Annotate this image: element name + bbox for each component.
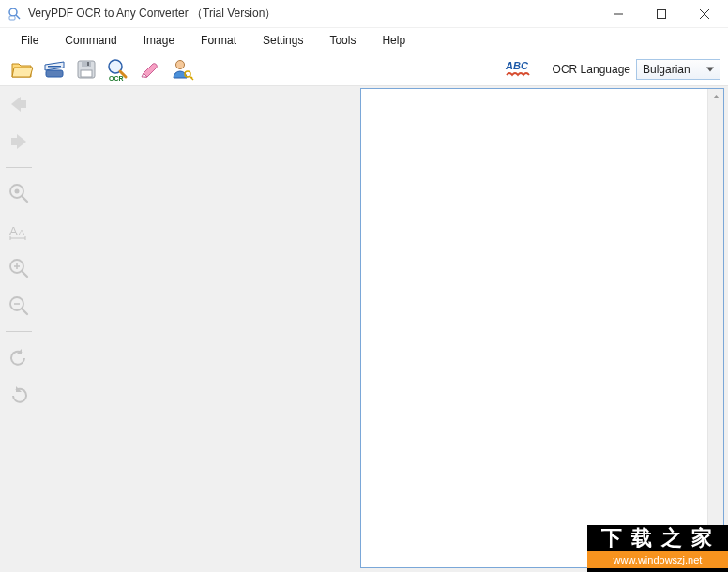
watermark-text: 下 载 之 家 [587,525,728,551]
eraser-icon[interactable] [135,54,165,84]
close-button[interactable] [683,0,726,28]
separator [6,331,32,332]
svg-text:ABC: ABC [505,60,529,71]
svg-rect-22 [11,138,17,145]
menu-command[interactable]: Command [52,30,129,51]
menubar: File Command Image Format Settings Tools… [0,28,728,53]
zoom-out-icon[interactable] [5,292,33,320]
ocr-language-select[interactable]: Bulgarian [636,59,720,80]
svg-line-1 [16,15,20,19]
zoom-fit-icon[interactable] [5,179,33,207]
svg-point-25 [15,189,20,194]
nav-back-icon[interactable] [5,90,33,118]
vertical-scrollbar[interactable] [707,89,723,567]
ocr-magnifier-icon[interactable]: OCR [103,54,133,84]
menu-settings[interactable]: Settings [250,30,316,51]
minimize-button[interactable] [597,0,640,28]
ocr-language-label: OCR Language [553,63,630,76]
scanner-icon[interactable] [39,54,69,84]
svg-rect-4 [658,9,666,18]
svg-text:OCR: OCR [109,75,124,82]
maximize-button[interactable] [640,0,683,28]
user-key-icon[interactable] [167,54,197,84]
app-icon [8,7,23,22]
save-icon[interactable] [71,54,101,84]
svg-text:A: A [9,224,18,238]
menu-tools[interactable]: Tools [316,30,369,51]
menu-help[interactable]: Help [369,30,418,51]
svg-rect-21 [21,100,26,108]
svg-rect-11 [81,70,92,77]
toolbar: OCR ABC OCR Language Bulgarian [0,53,728,86]
open-folder-icon[interactable] [8,54,38,84]
nav-forward-icon[interactable] [5,128,33,156]
svg-point-16 [176,60,185,68]
source-pane [38,86,360,572]
svg-line-19 [191,77,192,78]
rotate-left-icon[interactable] [5,343,33,371]
svg-rect-2 [9,16,15,20]
scroll-up-icon[interactable] [708,89,724,105]
actual-size-icon[interactable]: AA [5,217,33,245]
menu-image[interactable]: Image [130,30,188,51]
zoom-in-icon[interactable] [5,254,33,282]
svg-line-33 [22,309,27,314]
svg-line-24 [22,196,27,202]
site-watermark: 下 载 之 家 www.windowszj.net [587,525,728,572]
svg-text:A: A [19,228,24,237]
left-toolbar: AA [0,86,38,572]
watermark-url: www.windowszj.net [587,551,728,568]
body-area: AA [0,86,728,572]
rotate-right-icon[interactable] [5,381,33,409]
separator [6,167,32,168]
abc-spellcheck-icon[interactable]: ABC [500,54,541,84]
svg-rect-10 [82,61,91,67]
window-controls [597,0,726,28]
svg-point-0 [9,8,17,16]
svg-line-29 [22,271,27,277]
svg-rect-12 [87,62,89,66]
menu-format[interactable]: Format [188,30,250,51]
menu-file[interactable]: File [8,30,52,51]
output-pane [360,88,724,568]
window-title: VeryPDF OCR to Any Converter （Trial Vers… [28,6,597,22]
titlebar: VeryPDF OCR to Any Converter （Trial Vers… [0,0,728,28]
svg-rect-7 [46,70,63,77]
svg-rect-8 [48,66,61,68]
